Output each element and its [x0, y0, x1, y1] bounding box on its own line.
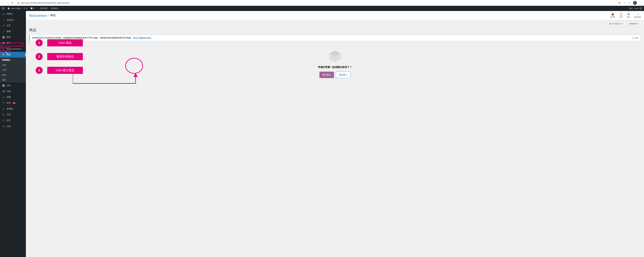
notice-link[interactable]: 需深入瞭解請按這裡。 [133, 37, 152, 39]
new-link[interactable]: + 新增項目 [38, 7, 48, 10]
browser-toolbar: ← → ⟳ 🔒 jack-lora.com/wp-admin/edit.php?… [0, 0, 644, 6]
sidebar-item-pin[interactable]: 📌文章 [0, 23, 26, 28]
annotation-step-3: 3 Click 建立產品 [36, 67, 83, 74]
step-number: 2 [36, 53, 43, 60]
tools-icon: 🔧 [2, 113, 5, 116]
appearance-icon: 🖌 [2, 95, 5, 99]
sidebar-item-label: 留言 [6, 41, 11, 44]
forward-icon[interactable]: → [6, 1, 9, 4]
extensions-icon[interactable]: ≡ [629, 1, 630, 4]
sidebar-item-amp[interactable]: ⚡AMP [0, 123, 26, 129]
sidebar-item-label: 控制台 [6, 12, 13, 15]
update-icon: ⟳ [24, 7, 26, 9]
sidebar-item-label: 媒體 [6, 30, 11, 33]
sidebar-item-media[interactable]: 🎵媒體 [0, 28, 26, 34]
translate-icon[interactable]: ⊕ [618, 1, 620, 4]
sidebar-item-settings[interactable]: ⚙設定 [0, 117, 26, 123]
annotation-step-1: 1 Click 商品 [36, 39, 83, 46]
sidebar-item-label: AMP [6, 125, 11, 128]
package-icon [328, 49, 342, 64]
update-badge: 4 [12, 102, 16, 104]
sidebar-item-label: 設定 [6, 119, 11, 122]
users-icon: 👤 [2, 107, 5, 110]
sidebar-item-plugins[interactable]: 🔌外掛4 [0, 100, 26, 106]
dashboard-icon: ◉ [2, 12, 5, 15]
page-title: 商品 [26, 26, 644, 35]
comments-link[interactable]: 💬 0 [30, 7, 35, 9]
product-icon: 📦 [2, 53, 5, 56]
sidebar-item-label: 使用者 [6, 107, 13, 110]
sidebar-item-label: 外觀 [6, 96, 11, 99]
sidebar-item-tools[interactable]: 🔧工具 [0, 112, 26, 117]
https-notice: 你的商店似乎沒有使用安全的連線。強烈建議你為整個網站使用 HTTPS 連線，這麼… [29, 35, 641, 41]
notice-text: 你的商店似乎沒有使用安全的連線。強烈建議你為整個網站使用 HTTPS 連線，這麼… [32, 37, 133, 39]
wp-admin-bar: W 🏠 user's Blog! ⟳ 6 💬 0 + 新增項目 查看商品 你好，… [0, 6, 644, 11]
comment-icon: 💬 [2, 41, 5, 45]
sidebar-item-appearance[interactable]: 🖌外觀 [0, 94, 26, 100]
header-icon-label: 商品評價 [634, 16, 641, 18]
breadcrumb-current: 商品 [50, 14, 56, 17]
sidebar-item-product[interactable]: 📦商品 [0, 52, 26, 57]
howdy-link[interactable]: 你好，user [629, 7, 642, 10]
sidebar-item-jetpack[interactable]: ✦Jetpack [0, 17, 26, 23]
sidebar-item-page[interactable]: 📄頁面 [0, 34, 26, 40]
star-icon[interactable]: ☆ [624, 1, 626, 4]
sidebar-item-label: Jetpack [6, 18, 14, 21]
sidebar-item-analytics[interactable]: 📊分析 [0, 83, 26, 88]
step-label: Click 建立產品 [47, 67, 83, 74]
sidebar-item-users[interactable]: 👤使用者 [0, 106, 26, 112]
help-tab[interactable]: 使用說明▼ [627, 22, 642, 26]
sidebar-item-label: 工具 [6, 113, 11, 116]
sidebar-item-marketing[interactable]: 📢行銷 [0, 88, 26, 94]
submenu-item[interactable]: 分類 [0, 68, 26, 73]
step-number: 3 [36, 67, 43, 74]
settings-icon: ⚙ [2, 119, 5, 122]
sidebar-item-woo[interactable]: WWooCommerce [0, 46, 26, 52]
create-product-button[interactable]: 建立產品 [320, 72, 334, 78]
empty-state: 準備好要賣一點很酷的東西了？ 建立產品 開始匯入 [26, 49, 644, 78]
start-import-button[interactable]: 開始匯入 [336, 72, 350, 78]
submenu-item[interactable]: 所有商品 [0, 57, 26, 62]
sidebar-item-dashboard[interactable]: ◉控制台 [0, 11, 26, 17]
site-name-link[interactable]: 🏠 user's Blog! [8, 7, 21, 9]
wp-logo[interactable]: W [2, 7, 4, 10]
header-icon-訂單[interactable]: 📋訂單 [620, 12, 623, 18]
notice-dismiss[interactable]: ⊘ 忽略 [632, 36, 638, 39]
sidebar-item-label: 外掛 [6, 101, 11, 104]
url-bar[interactable]: 🔒 jack-lora.com/wp-admin/edit.php?post_t… [16, 1, 616, 5]
plus-icon: + [38, 7, 39, 9]
annotation-step-2: 2 選擇所有商品 [36, 53, 83, 60]
step-label: 選擇所有商品 [47, 53, 83, 60]
header-icon-glyph: ⊞ [628, 12, 630, 16]
chevron-down-icon: ▼ [637, 23, 639, 25]
header-icon-glyph: ☆ [636, 12, 639, 16]
submenu-item[interactable]: 新增 [0, 62, 26, 68]
svg-text:W: W [2, 8, 4, 9]
chevron-down-icon: ▼ [622, 23, 624, 25]
jetpack-icon: ✦ [2, 18, 5, 21]
sidebar-submenu: 所有商品新增分類標籤屬性 [0, 57, 26, 83]
plugins-icon: 🔌 [2, 101, 5, 105]
breadcrumb-bar: WooCommerce / 商品 📥收件匣📋訂單⊞庫存☆商品評價 [26, 11, 644, 20]
header-icon-商品評價[interactable]: ☆商品評價 [634, 12, 641, 18]
step-number: 1 [36, 39, 43, 46]
screen-options-tab[interactable]: 顯示項目設定▼ [607, 22, 626, 26]
sidebar-item-label: 分析 [6, 84, 11, 87]
menu-icon[interactable]: ⋮ [640, 1, 642, 4]
sidebar-item-comment[interactable]: 💬留言 [0, 40, 26, 46]
breadcrumb-root[interactable]: WooCommerce [29, 14, 47, 17]
breadcrumb-separator: / [48, 14, 49, 17]
sidebar-item-label: 頁面 [6, 36, 11, 39]
updates-link[interactable]: ⟳ 6 [24, 7, 28, 9]
reload-icon[interactable]: ⟳ [11, 1, 14, 4]
submenu-item[interactable]: 屬性 [0, 78, 26, 83]
view-products-link[interactable]: 查看商品 [51, 7, 58, 10]
header-icon-庫存[interactable]: ⊞庫存 [627, 12, 630, 18]
header-icon-收件匣[interactable]: 📥收件匣 [610, 12, 615, 18]
profile-avatar[interactable] [633, 1, 637, 5]
url-text: jack-lora.com/wp-admin/edit.php?post_typ… [21, 1, 70, 4]
sidebar-item-label: 文章 [6, 24, 11, 27]
woo-icon: W [2, 47, 5, 50]
back-icon[interactable]: ← [2, 1, 4, 4]
submenu-item[interactable]: 標籤 [0, 73, 26, 78]
